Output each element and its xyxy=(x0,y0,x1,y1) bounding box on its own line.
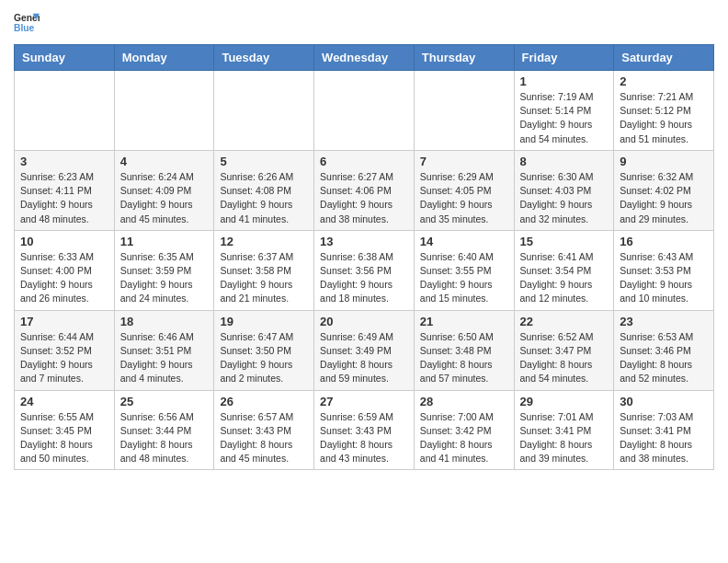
day-number: 17 xyxy=(20,315,108,328)
day-info: Sunrise: 6:38 AM Sunset: 3:56 PM Dayligh… xyxy=(320,250,408,306)
day-info: Sunrise: 6:52 AM Sunset: 3:47 PM Dayligh… xyxy=(520,330,609,386)
calendar-cell: 24Sunrise: 6:55 AM Sunset: 3:45 PM Dayli… xyxy=(15,390,115,470)
day-number: 24 xyxy=(20,395,108,408)
calendar-week-2: 3Sunrise: 6:23 AM Sunset: 4:11 PM Daylig… xyxy=(15,150,714,230)
day-number: 18 xyxy=(120,315,209,328)
day-info: Sunrise: 6:26 AM Sunset: 4:08 PM Dayligh… xyxy=(220,170,308,226)
logo-icon: General Blue xyxy=(14,9,40,35)
weekday-header-thursday: Thursday xyxy=(414,45,514,71)
calendar-cell: 2Sunrise: 7:21 AM Sunset: 5:12 PM Daylig… xyxy=(614,71,714,151)
day-info: Sunrise: 6:49 AM Sunset: 3:49 PM Dayligh… xyxy=(320,330,408,386)
day-number: 21 xyxy=(420,315,508,328)
svg-text:Blue: Blue xyxy=(14,23,35,33)
day-number: 12 xyxy=(220,235,308,248)
calendar-cell: 30Sunrise: 7:03 AM Sunset: 3:41 PM Dayli… xyxy=(614,390,714,470)
day-number: 25 xyxy=(120,395,209,408)
day-info: Sunrise: 6:29 AM Sunset: 4:05 PM Dayligh… xyxy=(420,170,508,226)
calendar-cell: 16Sunrise: 6:43 AM Sunset: 3:53 PM Dayli… xyxy=(614,230,714,310)
day-info: Sunrise: 6:33 AM Sunset: 4:00 PM Dayligh… xyxy=(20,250,108,306)
calendar-cell: 11Sunrise: 6:35 AM Sunset: 3:59 PM Dayli… xyxy=(114,230,214,310)
day-number: 8 xyxy=(520,155,609,168)
weekday-header-tuesday: Tuesday xyxy=(214,45,314,71)
calendar-cell: 19Sunrise: 6:47 AM Sunset: 3:50 PM Dayli… xyxy=(214,310,314,390)
day-number: 16 xyxy=(620,235,708,248)
calendar-cell xyxy=(414,71,514,151)
day-number: 1 xyxy=(520,75,609,88)
day-number: 14 xyxy=(420,235,508,248)
day-number: 4 xyxy=(120,155,209,168)
day-info: Sunrise: 6:37 AM Sunset: 3:58 PM Dayligh… xyxy=(220,250,308,306)
day-number: 10 xyxy=(20,235,108,248)
calendar-cell: 6Sunrise: 6:27 AM Sunset: 4:06 PM Daylig… xyxy=(314,150,415,230)
day-number: 3 xyxy=(20,155,108,168)
calendar-cell: 14Sunrise: 6:40 AM Sunset: 3:55 PM Dayli… xyxy=(414,230,514,310)
day-number: 27 xyxy=(320,395,408,408)
day-number: 11 xyxy=(120,235,209,248)
day-number: 28 xyxy=(420,395,508,408)
day-number: 30 xyxy=(620,395,708,408)
weekday-row: SundayMondayTuesdayWednesdayThursdayFrid… xyxy=(15,45,714,71)
calendar-cell: 18Sunrise: 6:46 AM Sunset: 3:51 PM Dayli… xyxy=(114,310,214,390)
calendar-cell: 10Sunrise: 6:33 AM Sunset: 4:00 PM Dayli… xyxy=(15,230,115,310)
day-info: Sunrise: 7:03 AM Sunset: 3:41 PM Dayligh… xyxy=(620,410,708,466)
calendar-body: 1Sunrise: 7:19 AM Sunset: 5:14 PM Daylig… xyxy=(15,71,714,470)
calendar-cell: 23Sunrise: 6:53 AM Sunset: 3:46 PM Dayli… xyxy=(614,310,714,390)
calendar-cell: 12Sunrise: 6:37 AM Sunset: 3:58 PM Dayli… xyxy=(214,230,314,310)
calendar-week-4: 17Sunrise: 6:44 AM Sunset: 3:52 PM Dayli… xyxy=(15,310,714,390)
calendar-cell: 7Sunrise: 6:29 AM Sunset: 4:05 PM Daylig… xyxy=(414,150,514,230)
day-number: 19 xyxy=(220,315,308,328)
weekday-header-wednesday: Wednesday xyxy=(314,45,415,71)
calendar-cell: 8Sunrise: 6:30 AM Sunset: 4:03 PM Daylig… xyxy=(514,150,614,230)
calendar-cell: 4Sunrise: 6:24 AM Sunset: 4:09 PM Daylig… xyxy=(114,150,214,230)
calendar-cell xyxy=(214,71,314,151)
day-number: 23 xyxy=(620,315,708,328)
calendar-cell: 20Sunrise: 6:49 AM Sunset: 3:49 PM Dayli… xyxy=(314,310,415,390)
calendar-week-3: 10Sunrise: 6:33 AM Sunset: 4:00 PM Dayli… xyxy=(15,230,714,310)
day-info: Sunrise: 7:21 AM Sunset: 5:12 PM Dayligh… xyxy=(620,90,708,146)
day-info: Sunrise: 6:32 AM Sunset: 4:02 PM Dayligh… xyxy=(620,170,708,226)
weekday-header-saturday: Saturday xyxy=(614,45,714,71)
calendar-cell: 3Sunrise: 6:23 AM Sunset: 4:11 PM Daylig… xyxy=(15,150,115,230)
day-info: Sunrise: 6:47 AM Sunset: 3:50 PM Dayligh… xyxy=(220,330,308,386)
day-info: Sunrise: 6:56 AM Sunset: 3:44 PM Dayligh… xyxy=(120,410,209,466)
calendar-cell: 13Sunrise: 6:38 AM Sunset: 3:56 PM Dayli… xyxy=(314,230,415,310)
day-number: 2 xyxy=(620,75,708,88)
day-info: Sunrise: 6:30 AM Sunset: 4:03 PM Dayligh… xyxy=(520,170,609,226)
calendar-cell: 25Sunrise: 6:56 AM Sunset: 3:44 PM Dayli… xyxy=(114,390,214,470)
calendar-cell: 21Sunrise: 6:50 AM Sunset: 3:48 PM Dayli… xyxy=(414,310,514,390)
calendar-cell: 9Sunrise: 6:32 AM Sunset: 4:02 PM Daylig… xyxy=(614,150,714,230)
day-info: Sunrise: 6:27 AM Sunset: 4:06 PM Dayligh… xyxy=(320,170,408,226)
day-info: Sunrise: 6:44 AM Sunset: 3:52 PM Dayligh… xyxy=(20,330,108,386)
day-number: 22 xyxy=(520,315,609,328)
day-number: 7 xyxy=(420,155,508,168)
day-info: Sunrise: 6:55 AM Sunset: 3:45 PM Dayligh… xyxy=(20,410,108,466)
day-info: Sunrise: 6:57 AM Sunset: 3:43 PM Dayligh… xyxy=(220,410,308,466)
day-info: Sunrise: 6:59 AM Sunset: 3:43 PM Dayligh… xyxy=(320,410,408,466)
weekday-header-friday: Friday xyxy=(514,45,614,71)
calendar-cell: 1Sunrise: 7:19 AM Sunset: 5:14 PM Daylig… xyxy=(514,71,614,151)
day-number: 15 xyxy=(520,235,609,248)
calendar-week-1: 1Sunrise: 7:19 AM Sunset: 5:14 PM Daylig… xyxy=(15,71,714,151)
calendar-week-5: 24Sunrise: 6:55 AM Sunset: 3:45 PM Dayli… xyxy=(15,390,714,470)
day-number: 13 xyxy=(320,235,408,248)
day-number: 29 xyxy=(520,395,609,408)
calendar-cell: 26Sunrise: 6:57 AM Sunset: 3:43 PM Dayli… xyxy=(214,390,314,470)
day-info: Sunrise: 6:41 AM Sunset: 3:54 PM Dayligh… xyxy=(520,250,609,306)
calendar-cell xyxy=(15,71,115,151)
calendar-header: SundayMondayTuesdayWednesdayThursdayFrid… xyxy=(15,45,714,71)
day-info: Sunrise: 6:53 AM Sunset: 3:46 PM Dayligh… xyxy=(620,330,708,386)
day-info: Sunrise: 7:00 AM Sunset: 3:42 PM Dayligh… xyxy=(420,410,508,466)
calendar-cell: 15Sunrise: 6:41 AM Sunset: 3:54 PM Dayli… xyxy=(514,230,614,310)
day-info: Sunrise: 7:01 AM Sunset: 3:41 PM Dayligh… xyxy=(520,410,609,466)
day-number: 26 xyxy=(220,395,308,408)
calendar-cell: 22Sunrise: 6:52 AM Sunset: 3:47 PM Dayli… xyxy=(514,310,614,390)
calendar-cell xyxy=(114,71,214,151)
calendar-cell xyxy=(314,71,415,151)
day-info: Sunrise: 6:24 AM Sunset: 4:09 PM Dayligh… xyxy=(120,170,209,226)
page-container: General Blue SundayMondayTuesdayWednesda… xyxy=(0,0,728,479)
day-info: Sunrise: 6:35 AM Sunset: 3:59 PM Dayligh… xyxy=(120,250,209,306)
weekday-header-monday: Monday xyxy=(114,45,214,71)
calendar-cell: 5Sunrise: 6:26 AM Sunset: 4:08 PM Daylig… xyxy=(214,150,314,230)
day-number: 5 xyxy=(220,155,308,168)
day-number: 6 xyxy=(320,155,408,168)
